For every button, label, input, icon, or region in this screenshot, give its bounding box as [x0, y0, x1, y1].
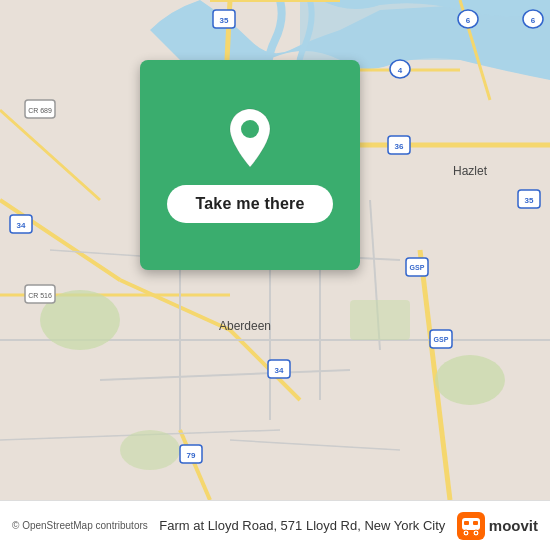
svg-text:35: 35 — [525, 196, 534, 205]
svg-point-64 — [465, 531, 467, 533]
svg-text:34: 34 — [17, 221, 26, 230]
take-me-there-button[interactable]: Take me there — [167, 185, 332, 223]
moovit-icon — [457, 512, 485, 540]
svg-text:35: 35 — [220, 16, 229, 25]
copyright-section: © OpenStreetMap contributors — [12, 520, 148, 531]
svg-text:GSP: GSP — [434, 336, 449, 343]
svg-text:6: 6 — [531, 16, 536, 25]
moovit-brand-label: moovit — [489, 517, 538, 534]
svg-text:Aberdeen: Aberdeen — [219, 319, 271, 333]
svg-text:CR 689: CR 689 — [28, 107, 52, 114]
svg-point-26 — [435, 355, 505, 405]
svg-point-65 — [475, 531, 477, 533]
location-pin-icon — [224, 107, 276, 169]
svg-point-27 — [120, 430, 180, 470]
osm-copyright-text: © OpenStreetMap contributors — [12, 520, 148, 531]
svg-text:79: 79 — [187, 451, 196, 460]
svg-text:4: 4 — [398, 66, 403, 75]
svg-point-57 — [241, 120, 259, 138]
svg-text:GSP: GSP — [410, 264, 425, 271]
location-card: Take me there — [140, 60, 360, 270]
svg-text:Hazlet: Hazlet — [453, 164, 488, 178]
svg-rect-60 — [464, 521, 469, 525]
svg-text:36: 36 — [395, 142, 404, 151]
svg-text:34: 34 — [275, 366, 284, 375]
svg-text:CR 516: CR 516 — [28, 292, 52, 299]
svg-rect-28 — [350, 300, 410, 340]
svg-rect-61 — [473, 521, 478, 525]
bottom-bar: © OpenStreetMap contributors Farm at Llo… — [0, 500, 550, 550]
location-label: Farm at Lloyd Road, 571 Lloyd Rd, New Yo… — [156, 518, 449, 533]
moovit-logo: moovit — [457, 512, 538, 540]
map-container: 35 34 36 35 CR 689 4 6 6 GSP GSP 79 CR 5… — [0, 0, 550, 500]
svg-text:6: 6 — [466, 16, 471, 25]
